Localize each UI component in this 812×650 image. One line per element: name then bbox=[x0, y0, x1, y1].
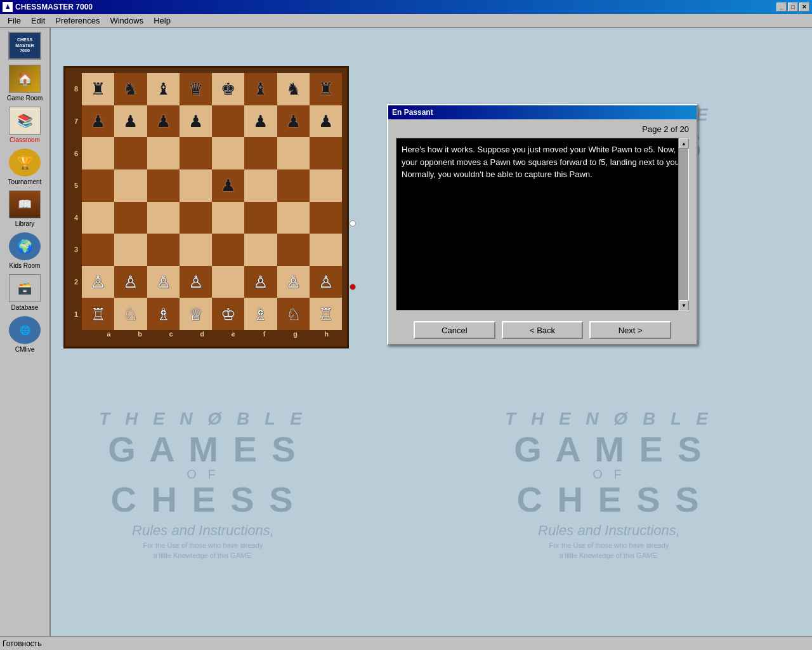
square-h3[interactable] bbox=[310, 234, 342, 266]
square-h2[interactable]: ♙ bbox=[310, 266, 342, 298]
square-h7[interactable]: ♟ bbox=[310, 105, 342, 138]
square-h1[interactable]: ♖ bbox=[310, 298, 342, 330]
square-a3[interactable] bbox=[82, 234, 114, 266]
square-d1[interactable]: ♕ bbox=[180, 298, 212, 330]
square-e1[interactable]: ♔ bbox=[212, 298, 244, 330]
dialog-title-bar: En Passant bbox=[388, 105, 697, 119]
game-room-icon: 🏠 bbox=[7, 63, 43, 94]
square-f5[interactable] bbox=[244, 169, 277, 202]
sidebar-item-database[interactable]: 🗃️ Database bbox=[3, 272, 46, 312]
sidebar-item-cmlive[interactable]: 🌐 CMlive bbox=[3, 314, 46, 354]
menu-preferences[interactable]: Preferences bbox=[50, 15, 105, 27]
square-d2[interactable]: ♙ bbox=[180, 266, 212, 298]
library-label: Library bbox=[15, 220, 35, 227]
piece-wr-a1: ♖ bbox=[91, 306, 105, 322]
maximize-button[interactable]: □ bbox=[788, 3, 798, 11]
square-c4[interactable] bbox=[147, 202, 180, 234]
dialog-text: Here's how it works. Suppose you just mo… bbox=[402, 143, 683, 181]
square-f8[interactable]: ♝ bbox=[244, 73, 277, 105]
square-b3[interactable] bbox=[114, 234, 147, 266]
scroll-down-button[interactable]: ▼ bbox=[679, 300, 689, 310]
square-e7[interactable] bbox=[212, 105, 244, 138]
minimize-button[interactable]: _ bbox=[776, 3, 787, 11]
square-g7[interactable]: ♟ bbox=[277, 105, 310, 138]
square-h8[interactable]: ♜ bbox=[310, 73, 342, 105]
close-button[interactable]: ✕ bbox=[799, 3, 809, 11]
square-e8[interactable]: ♚ bbox=[212, 73, 244, 105]
square-f2[interactable]: ♙ bbox=[244, 266, 277, 298]
square-d8[interactable]: ♛ bbox=[180, 73, 212, 105]
square-f6[interactable] bbox=[244, 137, 277, 169]
square-a7[interactable]: ♟ bbox=[82, 105, 114, 138]
square-a2[interactable]: ♙ bbox=[82, 266, 114, 298]
piece-wq-d1: ♕ bbox=[188, 306, 203, 322]
square-a6[interactable] bbox=[82, 137, 114, 169]
square-d4[interactable] bbox=[180, 202, 212, 234]
square-c5[interactable] bbox=[147, 169, 180, 202]
square-g5[interactable] bbox=[277, 169, 310, 202]
cancel-button[interactable]: Cancel bbox=[414, 321, 495, 339]
square-f3[interactable] bbox=[244, 234, 277, 266]
square-d7[interactable]: ♟ bbox=[180, 105, 212, 138]
square-c2[interactable]: ♙ bbox=[147, 266, 180, 298]
square-b2[interactable]: ♙ bbox=[114, 266, 147, 298]
square-d3[interactable] bbox=[180, 234, 212, 266]
square-f4[interactable] bbox=[244, 202, 277, 234]
square-e5[interactable]: ♟ bbox=[212, 169, 244, 202]
square-a4[interactable] bbox=[82, 202, 114, 234]
square-e4[interactable] bbox=[212, 202, 244, 234]
scroll-up-button[interactable]: ▲ bbox=[679, 138, 689, 149]
square-d5[interactable] bbox=[180, 169, 212, 202]
square-e3[interactable] bbox=[212, 234, 244, 266]
rank-label-2: 2 bbox=[70, 266, 82, 298]
square-f1[interactable]: ♗ bbox=[244, 298, 277, 330]
square-c7[interactable]: ♟ bbox=[147, 105, 180, 138]
status-text: Готовность bbox=[3, 639, 42, 648]
piece-bp-d7: ♟ bbox=[188, 113, 203, 129]
square-g8[interactable]: ♞ bbox=[277, 73, 310, 105]
square-h4[interactable] bbox=[310, 202, 342, 234]
square-g1[interactable]: ♘ bbox=[277, 298, 310, 330]
square-g4[interactable] bbox=[277, 202, 310, 234]
square-c6[interactable] bbox=[147, 137, 180, 169]
sidebar-item-kids-room[interactable]: 🌍 Kids Room bbox=[3, 230, 46, 270]
menu-windows[interactable]: Windows bbox=[105, 15, 148, 27]
title-bar-left: ♟ CHESSMASTER 7000 bbox=[3, 2, 93, 12]
square-a5[interactable] bbox=[82, 169, 114, 202]
square-c3[interactable] bbox=[147, 234, 180, 266]
square-b5[interactable] bbox=[114, 169, 147, 202]
menu-edit[interactable]: Edit bbox=[26, 15, 50, 27]
menu-help[interactable]: Help bbox=[148, 15, 176, 27]
square-a1[interactable]: ♖ bbox=[82, 298, 114, 330]
square-e6[interactable] bbox=[212, 137, 244, 169]
sidebar-item-game-room[interactable]: 🏠 Game Room bbox=[3, 62, 46, 103]
square-f7[interactable]: ♟ bbox=[244, 105, 277, 138]
chessmaster-logo: CHESS MASTER 7000 bbox=[8, 32, 41, 60]
square-c8[interactable]: ♝ bbox=[147, 73, 180, 105]
square-b4[interactable] bbox=[114, 202, 147, 234]
square-e2[interactable] bbox=[212, 266, 244, 298]
square-g3[interactable] bbox=[277, 234, 310, 266]
square-h6[interactable] bbox=[310, 137, 342, 169]
square-d6[interactable] bbox=[180, 137, 212, 169]
square-g2[interactable]: ♙ bbox=[277, 266, 310, 298]
menu-file[interactable]: File bbox=[3, 15, 26, 27]
next-button[interactable]: Next > bbox=[589, 321, 671, 339]
square-b6[interactable] bbox=[114, 137, 147, 169]
sidebar-item-library[interactable]: 📖 Library bbox=[3, 188, 46, 229]
back-button[interactable]: < Back bbox=[502, 321, 584, 339]
sidebar-item-tournament[interactable]: 🏆 Tournament bbox=[3, 146, 46, 187]
square-g6[interactable] bbox=[277, 137, 310, 169]
file-label-e: e bbox=[218, 330, 249, 342]
square-c1[interactable]: ♗ bbox=[147, 298, 180, 330]
square-a8[interactable]: ♜ bbox=[82, 73, 114, 105]
classroom-label: Classroom bbox=[10, 136, 40, 143]
square-h5[interactable] bbox=[310, 169, 342, 202]
sidebar-item-classroom[interactable]: 📚 Classroom bbox=[3, 104, 46, 145]
square-b1[interactable]: ♘ bbox=[114, 298, 147, 330]
square-b8[interactable]: ♞ bbox=[114, 73, 147, 105]
square-b7[interactable]: ♟ bbox=[114, 105, 147, 138]
board-squares[interactable]: ♜♞♝♛♚♝♞♜♟♟♟♟♟♟♟♟♙♙♙♙♙♙♙♖♘♗♕♔♗♘♖ bbox=[82, 73, 342, 330]
piece-wb-f1: ♗ bbox=[253, 306, 268, 322]
dialog-scrollbar[interactable]: ▲ ▼ bbox=[678, 138, 688, 310]
